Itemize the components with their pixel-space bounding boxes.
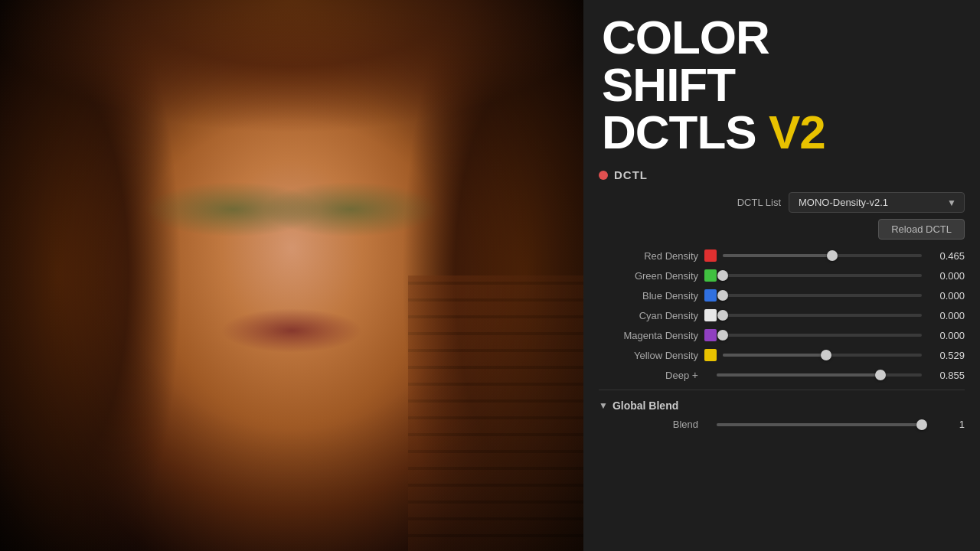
dctl-status-dot — [599, 171, 608, 180]
green-density-track[interactable] — [723, 274, 922, 277]
blue-density-track[interactable] — [723, 294, 922, 297]
yellow-density-thumb[interactable] — [821, 350, 831, 360]
cyan-density-swatch — [704, 309, 717, 321]
preview-image — [0, 0, 583, 551]
deep-label: Deep + — [599, 369, 698, 381]
cyan-density-row: Cyan Density0.000 — [599, 305, 965, 325]
deep-plus-icon: + — [692, 369, 698, 381]
control-panel: COLOR SHIFT DCTLS V2 DCTL DCTL List MONO… — [583, 0, 980, 551]
red-density-track[interactable] — [723, 254, 922, 257]
app-title: COLOR SHIFT DCTLS V2 — [602, 14, 962, 156]
title-line2: SHIFT — [602, 58, 735, 111]
blend-value: 1 — [928, 419, 965, 430]
blue-density-row: Blue Density0.000 — [599, 285, 965, 305]
section-chevron-icon: ▼ — [599, 400, 608, 411]
controls-area: DCTL DCTL List MONO-Density-v2.1 ▼ Reloa… — [583, 164, 980, 551]
global-blend-header[interactable]: ▼ Global Blend — [599, 395, 965, 415]
deep-slider-track[interactable] — [717, 373, 922, 377]
dctl-label: DCTL — [614, 168, 648, 181]
blend-slider-fill — [717, 423, 922, 426]
cyan-density-label: Cyan Density — [599, 310, 698, 321]
yellow-density-fill — [723, 354, 826, 357]
title-area: COLOR SHIFT DCTLS V2 — [583, 0, 980, 164]
title-v2: V2 — [769, 106, 825, 158]
blend-slider-track[interactable] — [717, 423, 922, 426]
dctl-list-dropdown[interactable]: MONO-Density-v2.1 ▼ — [789, 192, 965, 213]
yellow-density-row: Yellow Density0.529 — [599, 345, 965, 365]
blend-label: Blend — [599, 419, 698, 430]
dctl-list-row: DCTL List MONO-Density-v2.1 ▼ — [599, 189, 965, 219]
yellow-density-swatch — [704, 349, 717, 361]
red-density-label: Red Density — [599, 250, 698, 262]
reload-row: Reload DCTL — [599, 219, 965, 246]
green-density-row: Green Density0.000 — [599, 266, 965, 285]
dctl-list-value: MONO-Density-v2.1 — [799, 197, 941, 208]
red-density-fill — [723, 254, 832, 257]
green-density-value: 0.000 — [928, 270, 965, 282]
sliders-container: Red Density0.465Green Density0.000Blue D… — [599, 246, 965, 365]
deep-value: 0.855 — [928, 370, 965, 381]
green-density-label: Green Density — [599, 270, 698, 282]
blend-slider-row: Blend 1 — [599, 415, 965, 434]
magenta-density-track[interactable] — [723, 334, 922, 337]
dctl-list-label: DCTL List — [737, 197, 781, 208]
red-density-thumb[interactable] — [827, 250, 838, 261]
deep-slider-thumb[interactable] — [875, 370, 886, 380]
yellow-density-value: 0.529 — [928, 350, 965, 361]
deep-slider-fill — [717, 373, 880, 377]
yellow-density-track[interactable] — [723, 354, 922, 357]
green-density-thumb[interactable] — [717, 270, 728, 281]
red-density-value: 0.465 — [928, 250, 965, 262]
magenta-density-value: 0.000 — [928, 330, 965, 341]
title-line3-main: DCTLS — [602, 106, 756, 158]
blue-density-thumb[interactable] — [717, 290, 728, 301]
cyan-density-track[interactable] — [723, 314, 922, 317]
deep-slider-row: Deep + 0.855 — [599, 365, 965, 385]
blue-density-label: Blue Density — [599, 290, 698, 302]
reload-dctl-button[interactable]: Reload DCTL — [878, 219, 965, 240]
magenta-density-swatch — [704, 329, 717, 341]
dctl-header: DCTL — [599, 164, 965, 189]
cyan-density-value: 0.000 — [928, 310, 965, 321]
blend-slider-thumb[interactable] — [916, 419, 927, 430]
magenta-density-label: Magenta Density — [599, 330, 698, 341]
yellow-density-label: Yellow Density — [599, 350, 698, 361]
red-density-swatch — [704, 249, 717, 262]
blue-density-value: 0.000 — [928, 290, 965, 302]
divider — [599, 390, 965, 390]
chevron-down-icon: ▼ — [947, 197, 956, 208]
green-density-swatch — [704, 269, 717, 282]
magenta-density-thumb[interactable] — [717, 330, 728, 341]
red-density-row: Red Density0.465 — [599, 246, 965, 266]
blue-density-swatch — [704, 289, 717, 302]
cyan-density-thumb[interactable] — [717, 310, 728, 321]
magenta-density-row: Magenta Density0.000 — [599, 325, 965, 345]
global-blend-title: Global Blend — [612, 399, 678, 412]
title-line1: COLOR — [602, 11, 769, 64]
